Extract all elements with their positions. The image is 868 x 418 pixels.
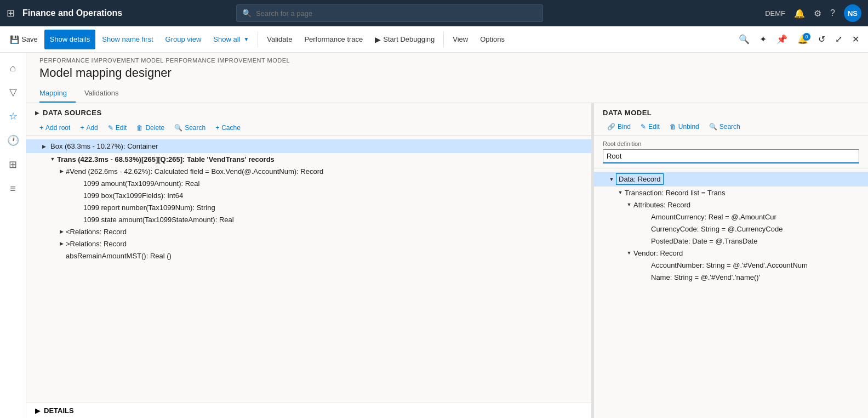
delete-button[interactable]: 🗑 Delete (132, 122, 169, 133)
show-name-first-button[interactable]: Show name first (96, 30, 158, 49)
dm-node-transaction[interactable]: ▼ Transaction: Record list = Trans (594, 187, 868, 199)
dm-label-posteddate: PostedDate: Date = @.TransDate (651, 237, 757, 245)
tree-label-1099state: 1099 state amount(Tax1099StateAmount): R… (83, 216, 234, 224)
cache-icon: + (215, 124, 219, 132)
settings-icon[interactable]: ⚙ (814, 8, 821, 19)
tree-node-relations-right[interactable]: ▶ >Relations: Record (26, 238, 591, 250)
notification-icon[interactable]: 🔔 (794, 8, 805, 19)
tree-node-1099state[interactable]: ▶ 1099 state amount(Tax1099StateAmount):… (26, 213, 591, 225)
sidebar-home-icon[interactable]: ⌂ (2, 57, 24, 79)
refresh-toolbar-icon[interactable]: ↺ (814, 32, 830, 47)
layout: ⌂ ▽ ☆ 🕐 ⊞ ≡ PERFORMANCE IMPROVEMENT MODE… (0, 53, 868, 418)
tree-expand-box[interactable]: ▶ (39, 142, 48, 151)
close-toolbar-icon[interactable]: ✕ (848, 32, 864, 47)
unbind-label: Unbind (678, 123, 699, 131)
dm-node-attributes[interactable]: ▼ Attributes: Record (594, 199, 868, 211)
sidebar-clock-icon[interactable]: 🕐 (2, 129, 24, 151)
view-button[interactable]: View (447, 30, 473, 49)
grid-icon[interactable]: ⊞ (7, 7, 15, 19)
dm-node-vendor[interactable]: ▼ Vendor: Record (594, 247, 868, 259)
help-icon[interactable]: ? (830, 8, 835, 18)
tree-expand-relations-right[interactable]: ▶ (57, 239, 66, 248)
tree-node-trans[interactable]: ▼ Trans (422.3ms - 68.53%)[265][Q:265]: … (26, 153, 591, 165)
add-root-button[interactable]: + Add root (35, 122, 75, 133)
dm-node-posteddate[interactable]: ▶ PostedDate: Date = @.TransDate (594, 235, 868, 247)
badge-toolbar-icon[interactable]: 🔔 0 (793, 32, 813, 47)
app-title: Finance and Operations (22, 8, 122, 18)
save-icon: 💾 (10, 35, 19, 44)
edit-dm-button[interactable]: ✎ Edit (636, 121, 664, 132)
root-definition-input[interactable] (603, 149, 859, 163)
data-sources-tree: ▶ Box (63.3ms - 10.27%): Container ▼ Tra… (26, 136, 591, 403)
validate-button[interactable]: Validate (261, 30, 298, 49)
tree-node-box[interactable]: ▶ Box (63.3ms - 10.27%): Container (26, 139, 591, 153)
dm-expand-transaction[interactable]: ▼ (616, 188, 625, 197)
dm-expand-data[interactable]: ▼ (607, 175, 616, 184)
sidebar-filter-icon[interactable]: ▽ (2, 81, 24, 103)
search-toolbar-icon[interactable]: 🔍 (734, 32, 754, 47)
tree-expand-vend[interactable]: ▶ (57, 167, 66, 176)
root-definition-section: Root definition (594, 136, 868, 168)
cache-button[interactable]: + Cache (211, 122, 245, 133)
dm-expand-vendor[interactable]: ▼ (625, 248, 633, 257)
edit-dm-icon: ✎ (641, 123, 646, 131)
tab-validations[interactable]: Validations (84, 84, 128, 103)
search-ds-button[interactable]: 🔍 Search (170, 122, 210, 133)
dm-node-data[interactable]: ▼ Data: Record (594, 172, 868, 187)
data-model-header: DATA MODEL 🔗 Bind ✎ Edit 🗑 Unbind (594, 103, 868, 136)
cache-label: Cache (221, 124, 241, 132)
dm-node-accountnumber[interactable]: ▶ AccountNumber: String = @.'#Vend'.Acco… (594, 259, 868, 271)
split-panel: ▶ DATA SOURCES + Add root + Add ✎ Edit (26, 103, 868, 418)
search-dm-button[interactable]: 🔍 Search (705, 121, 745, 132)
options-button[interactable]: Options (475, 30, 510, 49)
unbind-button[interactable]: 🗑 Unbind (665, 121, 704, 132)
tree-expand-relations-left[interactable]: ▶ (57, 227, 66, 236)
tree-node-absremain[interactable]: ▶ absRemainAmountMST(): Real () (26, 250, 591, 262)
pin-toolbar-icon[interactable]: 📌 (772, 32, 792, 47)
data-sources-expand-icon[interactable]: ▶ (35, 110, 39, 116)
show-all-button[interactable]: Show all ▼ (208, 30, 254, 49)
sidebar-grid-icon[interactable]: ⊞ (2, 154, 24, 176)
tree-label-box: Box (63.3ms - 10.27%): Container (48, 141, 161, 151)
search-input[interactable] (256, 9, 537, 18)
tree-expand-trans[interactable]: ▼ (48, 155, 57, 163)
dm-node-amountcurrency[interactable]: ▶ AmountCurrency: Real = @.AmountCur (594, 211, 868, 223)
performance-trace-button[interactable]: Performance trace (299, 30, 368, 49)
save-button[interactable]: 💾 Save (4, 30, 43, 49)
dm-node-currencycode[interactable]: ▶ CurrencyCode: String = @.CurrencyCode (594, 223, 868, 235)
details-expand-icon[interactable]: ▶ (35, 406, 41, 415)
sidebar-list-icon[interactable]: ≡ (2, 178, 24, 200)
search-dm-icon: 🔍 (709, 123, 717, 131)
dm-node-name[interactable]: ▶ Name: String = @.'#Vend'.'name()' (594, 271, 868, 283)
tree-node-1099amount[interactable]: ▶ 1099 amount(Tax1099Amount): Real (26, 177, 591, 189)
search-icon-top: 🔍 (242, 9, 252, 18)
avatar[interactable]: NS (844, 4, 861, 22)
left-sidebar: ⌂ ▽ ☆ 🕐 ⊞ ≡ (0, 53, 26, 418)
bind-button[interactable]: 🔗 Bind (603, 121, 635, 132)
group-view-button[interactable]: Group view (160, 30, 207, 49)
details-bar[interactable]: ▶ DETAILS (26, 403, 591, 418)
details-label: DETAILS (44, 406, 74, 415)
unbind-icon: 🗑 (670, 123, 676, 131)
data-sources-toolbar: + Add root + Add ✎ Edit 🗑 Delete (26, 120, 591, 136)
delete-icon: 🗑 (136, 124, 143, 132)
sidebar-star-icon[interactable]: ☆ (2, 105, 24, 127)
start-debugging-button[interactable]: ▶ Start Debugging (369, 30, 440, 49)
toolbar-separator-2 (443, 32, 444, 47)
fullscreen-toolbar-icon[interactable]: ⤢ (831, 32, 847, 47)
tree-node-vend[interactable]: ▶ #Vend (262.6ms - 42.62%): Calculated f… (26, 165, 591, 177)
dm-expand-attributes[interactable]: ▼ (625, 200, 633, 209)
search-ds-icon: 🔍 (174, 124, 182, 132)
tree-node-relations-left[interactable]: ▶ <Relations: Record (26, 225, 591, 238)
top-nav-right: DEMF 🔔 ⚙ ? NS (765, 4, 861, 22)
tree-node-1099box[interactable]: ▶ 1099 box(Tax1099Fields): Int64 (26, 189, 591, 201)
dm-label-data: Data: Record (616, 173, 664, 185)
show-details-button[interactable]: Show details (44, 30, 96, 49)
tree-label-trans: Trans (422.3ms - 68.53%)[265][Q:265]: Ta… (57, 155, 275, 163)
tree-node-1099report[interactable]: ▶ 1099 report number(Tax1099Num): String (26, 201, 591, 213)
tree-label-1099report: 1099 report number(Tax1099Num): String (83, 204, 215, 212)
bookmark-toolbar-icon[interactable]: ✦ (755, 32, 771, 47)
add-button[interactable]: + Add (76, 122, 102, 133)
edit-ds-button[interactable]: ✎ Edit (104, 122, 132, 133)
tab-mapping[interactable]: Mapping (39, 84, 76, 103)
